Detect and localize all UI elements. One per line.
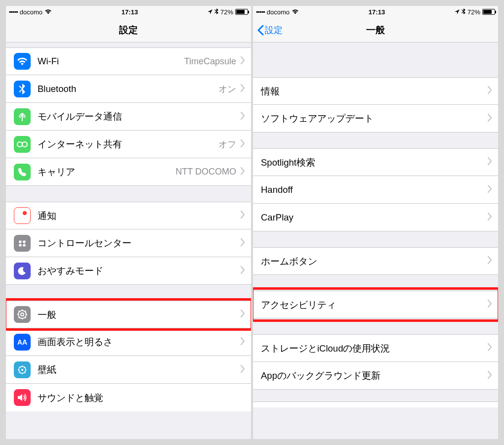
page-title: 一般	[366, 24, 385, 37]
svg-point-28	[24, 366, 26, 368]
svg-rect-0	[22, 118, 23, 121]
row-label: 通知	[38, 210, 240, 222]
control-center-row[interactable]: コントロールセンター	[6, 229, 251, 257]
wifi-status-icon	[44, 8, 52, 16]
chevron-right-icon	[240, 238, 245, 248]
chevron-right-icon	[240, 84, 245, 94]
row-label: おやすみモード	[38, 265, 240, 277]
row-label: ソフトウェアアップデート	[261, 112, 487, 125]
chevron-right-icon	[240, 211, 245, 221]
chevron-right-icon	[487, 185, 492, 195]
settings-screen: ••••• docomo 17:13 72% 設定	[6, 6, 251, 439]
wallpaper-row[interactable]: 壁紙	[6, 356, 251, 384]
chevron-right-icon	[487, 114, 492, 124]
notifications-icon	[14, 207, 31, 224]
nav-bar: 設定 一般	[253, 18, 498, 43]
row-label: Bluetooth	[38, 84, 218, 94]
row-label: 画面表示と明るさ	[38, 336, 240, 348]
sounds-icon	[14, 389, 31, 406]
chevron-right-icon	[240, 365, 245, 375]
bluetooth-status-icon	[214, 8, 218, 16]
svg-point-7	[19, 244, 22, 247]
bluetooth-status-icon	[462, 8, 465, 16]
svg-point-10	[21, 313, 24, 316]
handoff-row[interactable]: Handoff	[253, 176, 498, 204]
notifications-row[interactable]: 通知	[6, 202, 251, 229]
chevron-right-icon	[487, 343, 492, 353]
chevron-right-icon	[487, 86, 492, 96]
display-icon: AA	[14, 334, 31, 351]
row-label: Spotlight検索	[261, 156, 487, 169]
storage-row[interactable]: ストレージとiCloudの使用状況	[253, 334, 498, 362]
location-icon	[208, 8, 212, 16]
row-label: ストレージとiCloudの使用状況	[261, 342, 487, 355]
general-row[interactable]: 一般	[6, 301, 251, 328]
carplay-row[interactable]: CarPlay	[253, 204, 498, 231]
row-value: オフ	[218, 138, 236, 150]
clock: 17:13	[369, 8, 385, 16]
battery-icon	[235, 9, 248, 15]
row-label: ホームボタン	[261, 255, 487, 267]
cellular-icon	[14, 108, 31, 125]
svg-point-2	[22, 142, 27, 147]
row-label: サウンドと触覚	[38, 392, 245, 404]
do-not-disturb-row[interactable]: おやすみモード	[6, 257, 251, 285]
row-label: インターネット共有	[38, 138, 218, 150]
chevron-right-icon	[487, 157, 492, 167]
chevron-right-icon	[240, 266, 245, 276]
status-bar: ••••• docomo 17:13 72%	[6, 6, 251, 18]
svg-point-6	[23, 240, 26, 243]
svg-line-16	[25, 317, 26, 318]
about-row[interactable]: 情報	[253, 77, 498, 105]
chevron-right-icon	[487, 213, 492, 222]
carrier-icon	[14, 164, 31, 180]
sounds-row[interactable]: サウンドと触覚	[6, 384, 251, 411]
carrier-row[interactable]: キャリア NTT DOCOMO	[6, 158, 251, 186]
cellular-row[interactable]: モバイルデータ通信	[6, 103, 251, 131]
svg-point-20	[21, 369, 23, 371]
row-label: 一般	[38, 309, 240, 321]
back-label: 設定	[265, 24, 283, 36]
accessibility-row[interactable]: アクセシビリティ	[253, 291, 498, 318]
svg-point-24	[25, 369, 27, 370]
hotspot-row[interactable]: インターネット共有 オフ	[6, 131, 251, 158]
software-update-row[interactable]: ソフトウェアアップデート	[253, 105, 498, 133]
location-icon	[455, 8, 460, 16]
wifi-row[interactable]: Wi-Fi TimeCapsule	[6, 47, 251, 75]
row-value: TimeCapsule	[184, 56, 236, 67]
signal-dots-icon: •••••	[256, 8, 265, 16]
svg-point-27	[19, 371, 21, 373]
svg-point-23	[18, 369, 20, 370]
general-screen: ••••• docomo 17:13 72% 設定 一般	[253, 6, 498, 439]
chevron-right-icon	[487, 256, 492, 266]
bluetooth-row[interactable]: Bluetooth オン	[6, 75, 251, 103]
svg-line-17	[19, 317, 20, 318]
wifi-icon	[14, 53, 31, 70]
display-row[interactable]: AA 画面表示と明るさ	[6, 328, 251, 356]
svg-point-1	[17, 142, 22, 147]
chevron-right-icon	[240, 167, 245, 177]
general-icon	[14, 306, 31, 323]
svg-line-18	[25, 311, 26, 312]
home-button-row[interactable]: ホームボタン	[253, 247, 498, 275]
control-center-icon	[14, 235, 31, 252]
status-bar: ••••• docomo 17:13 72%	[253, 6, 498, 18]
row-label: 情報	[261, 85, 487, 97]
chevron-right-icon	[240, 310, 245, 319]
svg-point-25	[19, 366, 21, 368]
spotlight-row[interactable]: Spotlight検索	[253, 148, 498, 176]
chevron-right-icon	[240, 56, 245, 66]
back-button[interactable]: 設定	[257, 24, 283, 36]
row-label: Wi-Fi	[38, 56, 184, 67]
row-label: 壁紙	[38, 363, 240, 376]
do-not-disturb-icon	[14, 263, 31, 279]
svg-point-4	[23, 211, 27, 215]
bluetooth-icon	[14, 81, 31, 97]
wallpaper-icon	[14, 361, 31, 378]
nav-bar: 設定	[6, 18, 251, 43]
svg-point-8	[23, 244, 26, 247]
battery-pct: 72%	[467, 8, 480, 16]
row-label: CarPlay	[261, 212, 487, 223]
row-value: オン	[218, 83, 236, 95]
background-refresh-row[interactable]: Appのバックグラウンド更新	[253, 362, 498, 390]
